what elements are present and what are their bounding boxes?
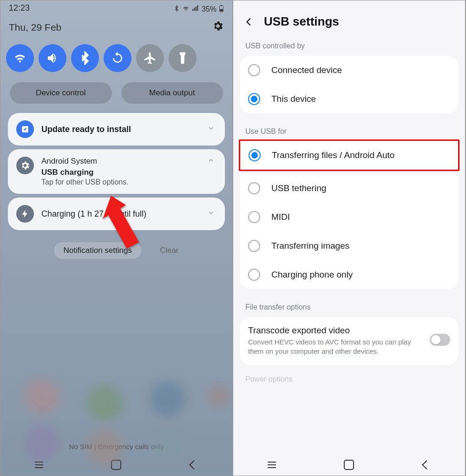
recents-button[interactable] [33, 459, 45, 470]
back-button[interactable] [421, 459, 432, 470]
section-label-power: Power options [233, 372, 465, 386]
toggle-title: Transcode exported video [248, 325, 423, 336]
home-button[interactable] [343, 459, 354, 470]
notification-settings-button[interactable]: Notification settings [54, 242, 141, 259]
radio-transfer-files[interactable]: Transferring files / Android Auto [240, 141, 458, 170]
quick-settings-toggles [0, 40, 232, 77]
radio-label: MIDI [271, 212, 290, 222]
battery-icon [219, 5, 224, 14]
radio-icon [248, 182, 260, 194]
navigation-bar [233, 454, 465, 476]
section-label-controlled: USB controlled by [233, 35, 465, 54]
radio-label: Connected device [271, 65, 342, 75]
radio-icon [248, 240, 260, 252]
radio-icon [248, 64, 260, 76]
radio-label: Transferring files / Android Auto [272, 150, 394, 160]
recents-button[interactable] [266, 459, 277, 470]
back-button[interactable] [188, 459, 199, 470]
radio-this-device[interactable]: This device [240, 85, 459, 113]
airplane-toggle[interactable] [136, 44, 164, 72]
media-output-button[interactable]: Media output [121, 82, 223, 104]
svg-rect-1 [221, 5, 222, 6]
gear-icon [16, 157, 34, 174]
navigation-bar [0, 454, 232, 476]
radio-icon [248, 269, 260, 281]
bluetooth-icon [173, 5, 180, 13]
radio-label: This device [271, 94, 316, 104]
signal-icon [192, 5, 199, 14]
radio-icon [248, 93, 260, 105]
check-icon [16, 120, 34, 138]
notification-title: Charging (1 h 27 m until full) [41, 209, 205, 219]
update-notification[interactable]: Update ready to install [8, 113, 225, 145]
bolt-icon [16, 205, 34, 223]
charging-notification[interactable]: Charging (1 h 27 m until full) [8, 198, 225, 230]
radio-connected-device[interactable]: Connected device [240, 56, 459, 85]
settings-header: USB settings [233, 0, 465, 35]
highlighted-option: Transferring files / Android Auto [239, 139, 459, 171]
flashlight-toggle[interactable] [169, 44, 197, 72]
radio-usb-tethering[interactable]: USB tethering [240, 174, 459, 203]
notification-shade-screen: 12:23 35% Thu, 29 Feb [0, 0, 233, 476]
back-button[interactable] [243, 15, 256, 28]
battery-percent: 35% [202, 5, 217, 13]
notification-title: USB charging [41, 168, 205, 177]
bluetooth-toggle[interactable] [71, 44, 99, 72]
radio-icon [248, 211, 260, 223]
shade-date: Thu, 29 Feb [9, 22, 61, 33]
quick-settings-buttons: Device control Media output [0, 77, 232, 109]
notification-description: Tap for other USB options. [41, 178, 205, 186]
chevron-down-icon[interactable] [205, 209, 217, 218]
page-title: USB settings [264, 14, 339, 29]
date-row: Thu, 29 Feb [0, 15, 232, 40]
use-usb-card: USB tethering MIDI Transferring images C… [240, 174, 459, 289]
status-time: 12:23 [9, 3, 30, 15]
svg-rect-2 [220, 9, 223, 12]
radio-label: USB tethering [271, 183, 326, 193]
status-icons: 35% [173, 3, 224, 15]
wifi-toggle[interactable] [6, 44, 34, 72]
file-transfer-card: Transcode exported video Convert HEVC vi… [240, 317, 459, 365]
notification-app: Android System [41, 157, 205, 166]
notification-title: Update ready to install [41, 125, 205, 134]
clear-button[interactable]: Clear [160, 242, 179, 259]
radio-transfer-images[interactable]: Transferring images [240, 231, 459, 260]
notification-actions: Notification settings Clear [0, 238, 232, 264]
rotate-toggle[interactable] [104, 44, 131, 72]
section-label-use: Use USB for [233, 121, 465, 139]
notifications-list: Update ready to install Android System U… [0, 109, 232, 238]
toggle-description: Convert HEVC videos to AVC format so you… [248, 337, 423, 357]
settings-gear-icon[interactable] [212, 20, 224, 35]
section-label-file-transfer: File transfer options [233, 297, 465, 315]
radio-charging-only[interactable]: Charging phone only [240, 260, 459, 289]
chevron-up-icon[interactable] [205, 157, 217, 166]
sound-toggle[interactable] [39, 44, 66, 72]
device-control-button[interactable]: Device control [10, 82, 112, 104]
usb-settings-screen: USB settings USB controlled by Connected… [233, 0, 466, 476]
switch-off-icon[interactable] [430, 334, 450, 346]
radio-label: Transferring images [271, 241, 349, 251]
radio-midi[interactable]: MIDI [240, 203, 459, 231]
usb-notification[interactable]: Android System USB charging Tap for othe… [8, 149, 225, 194]
radio-label: Charging phone only [271, 270, 353, 280]
status-bar: 12:23 35% [0, 0, 232, 15]
radio-icon [249, 149, 261, 161]
chevron-down-icon[interactable] [205, 125, 217, 134]
transcode-toggle-row[interactable]: Transcode exported video Convert HEVC vi… [240, 317, 459, 365]
sim-status: No SIM | Emergency calls only [0, 443, 232, 450]
controlled-by-card: Connected device This device [240, 56, 459, 113]
home-button[interactable] [111, 459, 122, 470]
wifi-icon [182, 5, 190, 14]
